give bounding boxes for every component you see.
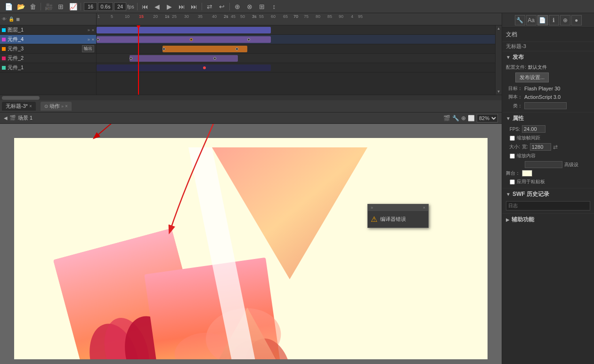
ruler-tick-10: 10	[125, 14, 130, 19]
goto-start-btn[interactable]: ⏮	[140, 2, 150, 11]
play-btn[interactable]: ▶	[165, 2, 174, 11]
ruler-tick-35: 35	[198, 14, 203, 19]
untitled-label: 无标题-3	[506, 43, 526, 49]
publish-header[interactable]: ▼ 发布	[502, 51, 594, 63]
clip-btn[interactable]: 🎬	[443, 115, 450, 121]
layer-row-1[interactable]: 图层_1 » ×	[0, 25, 96, 35]
scene-back-btn[interactable]: ◀	[4, 115, 8, 121]
publish-settings-btn[interactable]: 发布设置...	[515, 73, 549, 82]
apply-paste-row: 应用于粘贴板	[510, 178, 590, 185]
script-value: ActionScript 3.0	[524, 94, 561, 100]
sep2	[81, 3, 81, 10]
ruler-tick-55: 55	[259, 14, 264, 19]
open-file-btn[interactable]: 📂	[16, 2, 25, 11]
circle-icon-btn[interactable]: ●	[571, 15, 582, 25]
layer-row-4[interactable]: 元件_2	[0, 54, 96, 63]
tools-icon-btn[interactable]: 🔧	[515, 15, 525, 25]
frame-num-group: 16 0.6s 24 fps	[84, 2, 134, 11]
plus-icon-btn[interactable]: ⊕	[560, 15, 570, 25]
scene-label: 场景 1	[18, 114, 33, 121]
scale-frames-row: 缩放帧间距	[510, 135, 590, 141]
class-input[interactable]	[524, 102, 567, 109]
layer-name-5: 元件_1	[8, 64, 94, 71]
layout-btn[interactable]: ⊞	[56, 2, 65, 11]
layer-header: 👁 🔒 ◼	[0, 13, 97, 25]
keyframe-dot-5	[203, 66, 206, 69]
layer-name-1: 图层_1	[8, 26, 86, 33]
keyframe-dot-2c	[247, 38, 250, 41]
error-close-btn[interactable]: ×	[423, 205, 425, 210]
file-tab[interactable]: 无标题-3* ×	[2, 102, 36, 111]
action-tab[interactable]: ⊙ 动作 » ×	[41, 102, 72, 111]
size-label: 大小:	[506, 144, 520, 150]
aux-section: ▶ 辅助功能	[502, 214, 594, 226]
total-frames-input[interactable]: 24	[114, 2, 126, 11]
align-center-btn[interactable]: ⊕	[461, 115, 466, 121]
layer-close-1[interactable]: ×	[92, 28, 94, 32]
stage-controls: ◀ 🎬 场景 1 🎬 🔧 ⊕ ⬜ 82%	[0, 113, 502, 124]
error-popup-header: » ×	[368, 204, 428, 211]
layer-row-5[interactable]: 元件_1	[0, 63, 96, 73]
ruler-tick-60: 60	[271, 14, 276, 19]
apply-paste-checkbox[interactable]	[510, 179, 515, 185]
frame-number-input[interactable]: 16	[84, 2, 97, 11]
sync-btn[interactable]: ⇄	[205, 2, 214, 11]
width-label: 宽:	[522, 144, 528, 150]
chart-btn[interactable]: 📈	[68, 2, 78, 11]
sep4	[202, 3, 202, 10]
ruler-tick-40: 40	[212, 14, 217, 19]
output-label[interactable]: 输出	[82, 45, 94, 52]
frame-row-2	[97, 35, 495, 44]
action-tab-close[interactable]: ×	[65, 104, 68, 109]
frame-time-input[interactable]: 0.6s	[98, 2, 113, 11]
loop-btn[interactable]: ↩	[217, 2, 227, 11]
ruler-tick-1s: 1s	[165, 14, 170, 19]
frame-btn[interactable]: ⬜	[468, 115, 475, 121]
paste-btn[interactable]: ⊗	[245, 2, 254, 11]
delete-btn[interactable]: 🗑	[28, 2, 38, 11]
new-file-btn[interactable]: 📄	[4, 2, 13, 11]
swf-history-header[interactable]: ▼ SWF 历史记录	[502, 188, 594, 200]
copy-btn[interactable]: ⊕	[233, 2, 242, 11]
advanced-input[interactable]	[525, 161, 562, 168]
stage-color-swatch[interactable]	[522, 170, 532, 177]
timeline-scrollbar[interactable]	[0, 95, 502, 100]
scroll-down-icon[interactable]: ▼	[497, 89, 501, 94]
ruler-tick-20: 20	[153, 14, 158, 19]
scale-frames-label: 缩放帧间距	[517, 135, 540, 141]
width-input[interactable]	[530, 143, 551, 151]
scene-icon: 🎬	[9, 115, 16, 121]
attributes-header[interactable]: ▼ 属性	[502, 113, 594, 124]
doc-icon-btn[interactable]: 📄	[537, 15, 548, 25]
swap-dimensions-btn[interactable]: ⇄	[553, 144, 558, 150]
error-collapse-btn[interactable]: »	[371, 205, 373, 210]
layer-row-3[interactable]: 元件_3 输出	[0, 44, 96, 54]
publish-btn-row: 发布设置...	[506, 73, 590, 82]
scale-content-checkbox[interactable]	[510, 154, 515, 159]
layer-row-2[interactable]: 元件_4 » ×	[0, 35, 96, 44]
font-icon-btn[interactable]: Aa	[526, 15, 537, 25]
fps-input[interactable]: 24.00	[522, 125, 545, 133]
snap-btn[interactable]: 🔧	[452, 115, 459, 121]
layers-frames: 图层_1 » × 元件_4 » ×	[0, 25, 502, 95]
scale-frames-checkbox[interactable]	[510, 136, 515, 141]
advanced-label: 高级设	[564, 162, 578, 168]
camera-btn[interactable]: 🎥	[44, 2, 53, 11]
zoom-select[interactable]: 82%	[477, 114, 498, 122]
aux-header[interactable]: ▶ 辅助功能	[502, 214, 594, 226]
file-tab-close[interactable]: ×	[29, 104, 32, 109]
align-btn[interactable]: ⊞	[257, 2, 267, 11]
layer-expand-1: »	[88, 28, 90, 32]
publish-collapse-icon: ▼	[506, 55, 511, 60]
goto-end-btn[interactable]: ⏭	[189, 2, 199, 11]
info-icon-btn[interactable]: ℹ	[549, 15, 559, 25]
transform-btn[interactable]: ↕	[269, 2, 279, 11]
doc-label: 文档	[506, 31, 517, 38]
config-label: 配置文件:	[506, 64, 526, 71]
scroll-up-icon[interactable]: ▲	[497, 26, 501, 31]
layer-close-2[interactable]: ×	[92, 37, 94, 42]
top-toolbar: 📄 📂 🗑 🎥 ⊞ 📈 16 0.6s 24 fps ⏮ ◀ ▶ ⏭ ⏭ ⇄ ↩…	[0, 0, 594, 13]
prev-frame-btn[interactable]: ◀	[153, 2, 162, 11]
step-btn[interactable]: ⏭	[177, 2, 187, 11]
warning-icon: ⚠	[371, 215, 377, 224]
